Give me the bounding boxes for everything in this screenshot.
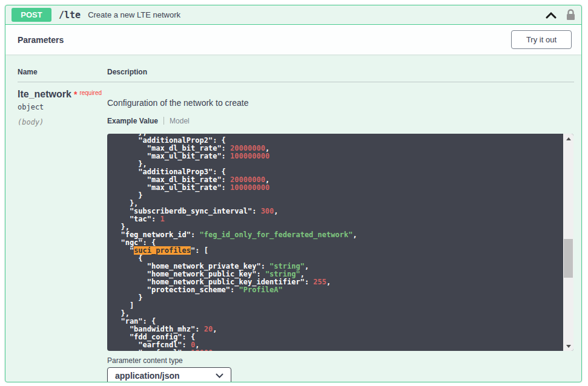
method-badge: POST [12, 8, 51, 22]
parameter-description-cell: Configuration of the network to create E… [107, 89, 574, 382]
chevron-down-icon [216, 373, 223, 378]
endpoint-summary: Create a new LTE network [88, 10, 180, 19]
parameter-description: Configuration of the network to create [107, 98, 574, 108]
content-type-label: Parameter content type [107, 356, 574, 365]
required-star: * [74, 90, 77, 99]
required-label: required [79, 90, 102, 96]
tab-example-value[interactable]: Example Value [107, 117, 158, 125]
header-actions [546, 9, 575, 21]
parameters-table-header: Name Description [18, 68, 574, 82]
operation-panel: POST /lte Create a new LTE network Param… [5, 5, 582, 382]
parameter-name: lte_network*required [18, 89, 107, 100]
chevron-up-icon[interactable] [546, 11, 557, 19]
parameter-type: object [18, 103, 107, 111]
content-type-select[interactable]: application/json [107, 367, 231, 382]
scrollbar-thumb[interactable] [564, 239, 573, 278]
code-scrollbar[interactable] [563, 134, 573, 351]
endpoint-path: /lte [59, 10, 81, 21]
parameter-name-cell: lte_network*required object (body) [18, 89, 107, 382]
name-column-header: Name [18, 68, 107, 76]
lock-icon[interactable] [566, 9, 575, 21]
content-type-value: application/json [115, 371, 180, 381]
parameters-body: Name Description lte_network*required ob… [5, 54, 581, 382]
example-json-code[interactable]: }, "additionalProp2": { "max_dl_bit_rate… [112, 134, 563, 351]
page: POST /lte Create a new LTE network Param… [0, 0, 588, 386]
operation-header[interactable]: POST /lte Create a new LTE network [5, 5, 581, 25]
scrollbar-up-arrow[interactable] [563, 134, 573, 143]
description-column-header: Description [107, 68, 147, 76]
parameter-row: lte_network*required object (body) Confi… [18, 82, 574, 382]
example-model-tabs: Example Value Model [107, 116, 574, 125]
scrollbar-down-arrow[interactable] [563, 341, 573, 351]
parameters-section-header: Parameters Try it out [5, 25, 581, 54]
parameter-location: (body) [18, 118, 107, 126]
tab-model[interactable]: Model [170, 117, 190, 125]
example-value-block[interactable]: }, "additionalProp2": { "max_dl_bit_rate… [107, 134, 573, 351]
try-it-out-button[interactable]: Try it out [511, 30, 572, 49]
parameters-title: Parameters [18, 35, 64, 45]
tab-divider [164, 117, 164, 125]
